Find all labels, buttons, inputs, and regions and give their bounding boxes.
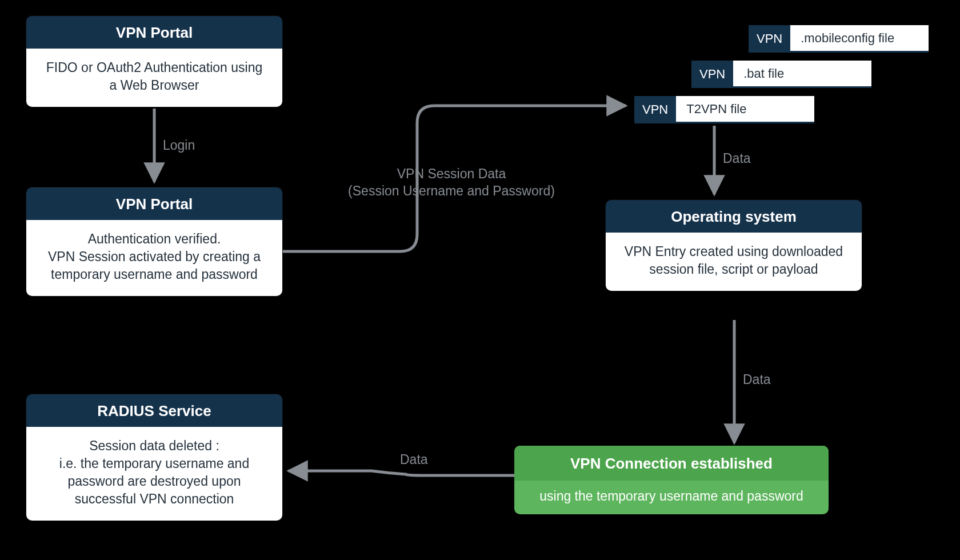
chip-mobileconfig: VPN .mobileconfig file (749, 25, 929, 53)
chip-bat: VPN .bat file (691, 61, 871, 88)
node-title: VPN Connection established (514, 446, 829, 481)
node-radius-service: RADIUS Service Session data deleted : i.… (26, 394, 282, 521)
chip-file: .mobileconfig file (790, 25, 929, 53)
chip-file: .bat file (733, 61, 871, 88)
node-body: VPN Entry created using downloaded sessi… (606, 233, 862, 291)
node-title: RADIUS Service (26, 394, 282, 427)
node-body: FIDO or OAuth2 Authentication using a We… (26, 49, 282, 107)
node-body: using the temporary username and passwor… (514, 481, 829, 514)
chip-prefix: VPN (749, 25, 790, 53)
node-body: Session data deleted : i.e. the temporar… (26, 427, 282, 521)
chip-prefix: VPN (691, 61, 733, 88)
node-title: VPN Portal (26, 187, 282, 220)
chip-prefix: VPN (634, 96, 676, 123)
node-body: Authentication verified. VPN Session act… (26, 220, 282, 296)
node-vpn-portal-1: VPN Portal FIDO or OAuth2 Authentication… (26, 16, 282, 107)
edge-label-data-3: Data (400, 451, 428, 469)
edge-label-data-2: Data (743, 371, 771, 389)
edge-label-login: Login (163, 137, 195, 154)
node-operating-system: Operating system VPN Entry created using… (606, 200, 862, 291)
chip-t2vpn: VPN T2VPN file (634, 96, 814, 123)
node-vpn-portal-2: VPN Portal Authentication verified. VPN … (26, 187, 282, 296)
chip-file: T2VPN file (676, 96, 814, 123)
edge-label-data-1: Data (723, 150, 751, 167)
node-title: VPN Portal (26, 16, 282, 49)
edge-label-session-data: VPN Session Data (Session Username and P… (320, 166, 583, 200)
node-title: Operating system (606, 200, 862, 233)
node-vpn-established: VPN Connection established using the tem… (514, 446, 829, 514)
